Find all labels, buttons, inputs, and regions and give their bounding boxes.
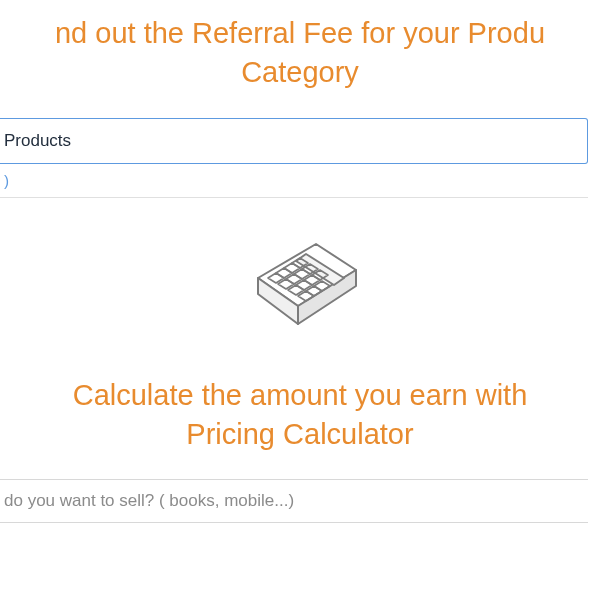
secondary-row: ) <box>0 164 588 198</box>
referral-fee-heading: nd out the Referral Fee for your Produ C… <box>0 14 600 118</box>
product-search-input[interactable]: do you want to sell? ( books, mobile...) <box>0 479 588 523</box>
secondary-row-text: ) <box>4 172 9 189</box>
dropdown-selected-value: Products <box>4 131 71 151</box>
calculator-illustration <box>0 228 600 358</box>
search-placeholder-text: do you want to sell? ( books, mobile...) <box>4 491 294 511</box>
calculator-icon <box>230 228 370 358</box>
product-category-dropdown[interactable]: Products <box>0 118 588 164</box>
pricing-calculator-heading: Calculate the amount you earn with Prici… <box>0 376 600 478</box>
